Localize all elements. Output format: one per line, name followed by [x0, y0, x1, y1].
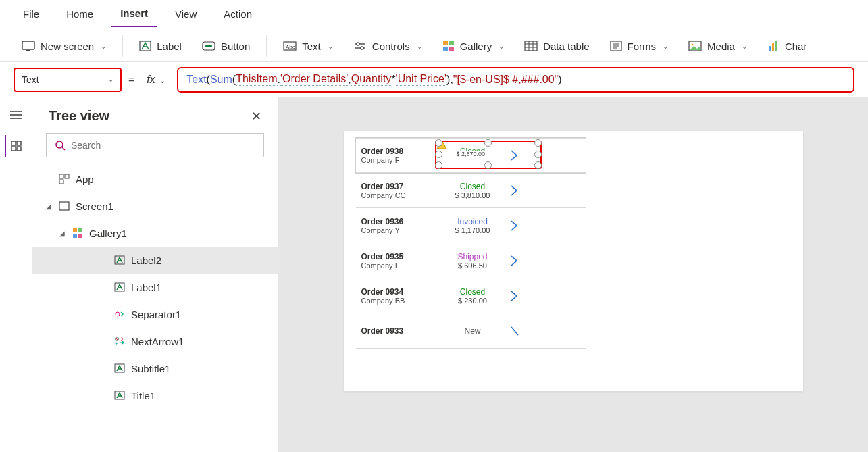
chevron-down-icon: ⌄ [328, 43, 333, 50]
tree-label: Title1 [131, 390, 155, 401]
next-arrow-icon[interactable] [510, 290, 557, 302]
equals-sign: = [128, 74, 134, 86]
tree-label: NextArrow1 [131, 336, 184, 347]
property-value: Text [22, 74, 39, 85]
svg-rect-15 [525, 41, 537, 51]
svg-rect-33 [11, 147, 16, 151]
tree-label: Separator1 [131, 309, 181, 320]
tree-node-label2[interactable]: Label2 [32, 247, 278, 274]
button-button[interactable]: Button [194, 36, 258, 56]
media-icon [688, 41, 702, 51]
label-icon [139, 41, 151, 51]
menu-view[interactable]: View [165, 3, 206, 26]
tree-label: Screen1 [76, 201, 113, 212]
tree-node-title1[interactable]: Title1 [32, 382, 278, 409]
menu-action[interactable]: Action [214, 3, 261, 26]
charts-button[interactable]: Char [759, 36, 815, 56]
new-screen-button[interactable]: New screen ⌄ [14, 36, 114, 56]
tree-view-panel: Tree view ✕ App ◢ Screen1 ◢ Gallery1 [32, 97, 278, 452]
status-label: New [436, 326, 510, 336]
menu-insert[interactable]: Insert [111, 2, 157, 27]
menu-bar: File Home Insert View Action [0, 0, 868, 30]
search-input[interactable] [71, 140, 255, 151]
collapse-icon[interactable]: ◢ [59, 230, 66, 237]
gallery-row[interactable]: Order 0938Company FClosed$ 2,870.00$ 2,8… [356, 138, 586, 173]
svg-rect-45 [78, 234, 82, 238]
search-icon [55, 140, 66, 151]
media-button[interactable]: Media ⌄ [680, 36, 755, 56]
button-label: Button [221, 41, 250, 52]
gallery-row[interactable]: Order 0935Company IShipped$ 606.50 [356, 243, 586, 278]
tree-view-icon[interactable] [5, 135, 26, 157]
app-preview[interactable]: Order 0938Company FClosed$ 2,870.00$ 2,8… [344, 131, 803, 391]
close-icon[interactable]: ✕ [251, 109, 261, 124]
menu-file[interactable]: File [14, 3, 49, 26]
forms-label: Forms [628, 41, 657, 52]
hamburger-icon[interactable] [5, 104, 27, 126]
separator-icon [113, 308, 126, 320]
next-arrow-icon[interactable] [510, 184, 557, 197]
svg-rect-40 [59, 180, 63, 184]
new-screen-label: New screen [41, 41, 94, 52]
chevron-down-icon: ⌄ [499, 43, 504, 50]
screen-icon [58, 200, 70, 212]
app-icon [58, 173, 70, 185]
svg-rect-44 [73, 234, 77, 238]
fx-button[interactable]: fx ⌄ [141, 71, 170, 89]
next-arrow-icon[interactable] [510, 255, 557, 267]
gallery-button[interactable]: Gallery ⌄ [434, 36, 513, 56]
svg-rect-39 [65, 174, 69, 178]
svg-rect-11 [443, 41, 448, 45]
svg-line-55 [511, 327, 518, 335]
tree-node-separator1[interactable]: Separator1 [32, 301, 278, 328]
canvas[interactable]: Order 0938Company FClosed$ 2,870.00$ 2,8… [278, 97, 868, 452]
tree-label: Subtitle1 [131, 363, 170, 374]
tree-node-subtitle1[interactable]: Subtitle1 [32, 355, 278, 382]
gallery-label: Gallery [460, 41, 492, 52]
chevron-down-icon: ⌄ [742, 43, 747, 50]
tree-node-nextarrow1[interactable]: + NextArrow1 [32, 328, 278, 355]
next-arrow-icon[interactable] [510, 220, 557, 232]
company-subtitle: Company CC [361, 191, 436, 199]
forms-button[interactable]: Forms ⌄ [602, 36, 677, 56]
forms-icon [610, 41, 622, 51]
gallery-row[interactable]: Order 0937Company CCClosed$ 3,810.00 [356, 173, 586, 208]
gallery-row[interactable]: Order 0934Company BBClosed$ 230.00 [356, 278, 586, 313]
text-label: Text [302, 41, 321, 52]
order-title: Order 0938 [361, 147, 436, 156]
tree-node-app[interactable]: App [32, 166, 278, 193]
order-title: Order 0937 [361, 182, 436, 191]
app-body: Tree view ✕ App ◢ Screen1 ◢ Gallery1 [0, 97, 868, 452]
charts-icon [767, 41, 780, 51]
formula-input[interactable]: Text( Sum( ThisItem.'Order Details', Qua… [177, 67, 854, 93]
controls-button[interactable]: Controls ⌄ [345, 36, 430, 56]
tree-node-label1[interactable]: Label1 [32, 274, 278, 301]
next-arrow-icon[interactable] [510, 325, 557, 337]
svg-rect-1 [26, 50, 30, 51]
label-button[interactable]: Label [131, 36, 190, 56]
collapse-icon[interactable]: ◢ [46, 203, 53, 210]
chevron-down-icon: ⌄ [417, 43, 422, 50]
separator [122, 35, 123, 57]
property-selector[interactable]: Text ⌄ [14, 68, 122, 92]
data-table-icon [524, 41, 538, 51]
tree-node-gallery1[interactable]: ◢ Gallery1 [32, 220, 278, 247]
menu-home[interactable]: Home [57, 3, 103, 26]
company-subtitle: Company I [361, 261, 436, 270]
nextarrow-icon: + [113, 335, 126, 347]
gallery-row[interactable]: Order 0933New [356, 313, 586, 349]
resize-handles[interactable] [438, 143, 538, 166]
gallery-preview[interactable]: Order 0938Company FClosed$ 2,870.00$ 2,8… [356, 138, 586, 349]
order-title: Order 0935 [361, 252, 436, 261]
search-box[interactable] [46, 133, 264, 157]
separator [266, 35, 267, 57]
svg-point-10 [361, 47, 363, 49]
text-button[interactable]: Abc Text ⌄ [275, 36, 341, 56]
status-label: Closed [436, 287, 510, 297]
price-label: $ 230.00 [436, 297, 510, 305]
svg-rect-0 [22, 41, 34, 49]
data-table-button[interactable]: Data table [516, 36, 597, 56]
svg-rect-27 [772, 43, 774, 51]
tree-node-screen1[interactable]: ◢ Screen1 [32, 193, 278, 220]
gallery-row[interactable]: Order 0936Company YInvoiced$ 1,170.00 [356, 208, 586, 243]
